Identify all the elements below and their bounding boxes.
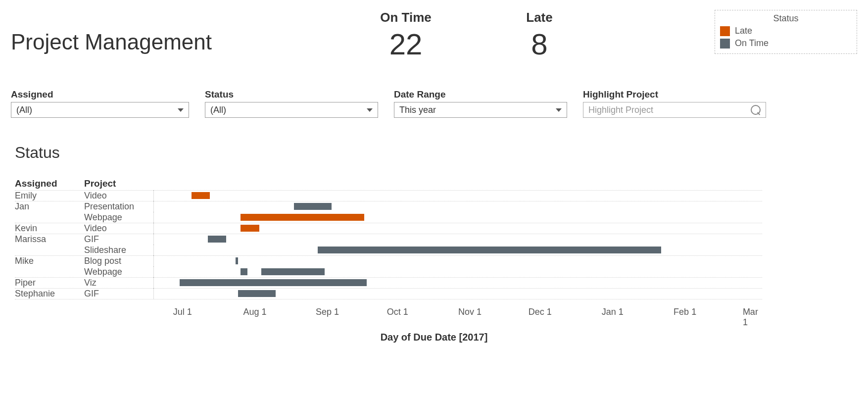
cell-assigned: Piper (15, 277, 84, 288)
kpi-on-time-label: On Time (361, 10, 450, 25)
filter-status: Status (All) (205, 89, 378, 118)
legend-item-late[interactable]: Late (720, 26, 852, 36)
kpi-late-label: Late (505, 10, 574, 25)
legend-ontime-label: On Time (735, 38, 769, 49)
cell-bar (154, 201, 762, 212)
x-tick: Aug 1 (243, 307, 267, 317)
x-tick: Dec 1 (529, 307, 552, 317)
x-tick: Jul 1 (173, 307, 192, 317)
row-separator (15, 255, 762, 256)
filter-highlight: Highlight Project Highlight Project (583, 89, 766, 118)
kpi-on-time-value: 22 (361, 27, 450, 61)
filter-assigned: Assigned (All) (11, 89, 189, 118)
swatch-ontime (720, 39, 730, 49)
gantt-row: MikeBlog post (15, 255, 762, 266)
gantt-bar[interactable] (241, 225, 259, 232)
gantt-bar[interactable] (236, 257, 238, 264)
highlight-placeholder: Highlight Project (588, 105, 653, 115)
filter-assigned-label: Assigned (11, 89, 189, 100)
legend-title: Status (720, 13, 852, 24)
legend: Status Late On Time (715, 10, 857, 54)
cell-bar (154, 212, 762, 223)
kpi-on-time: On Time 22 (361, 10, 450, 61)
gantt-bar[interactable] (241, 214, 364, 221)
search-icon (751, 105, 761, 115)
row-separator (15, 299, 762, 299)
col-project: Project (84, 178, 116, 189)
x-axis-label: Day of Due Date [2017] (0, 332, 868, 343)
gantt-bar[interactable] (208, 236, 227, 243)
range-value: This year (399, 105, 436, 115)
x-tick: Oct 1 (387, 307, 408, 317)
chevron-down-icon (556, 108, 562, 112)
x-tick: Jan 1 (602, 307, 624, 317)
cell-assigned (15, 266, 84, 277)
swatch-late (720, 26, 730, 36)
page-title: Project Management (11, 30, 212, 54)
gantt-row: MarissaGIF (15, 234, 762, 245)
legend-late-label: Late (735, 26, 752, 36)
cell-project: Video (84, 223, 154, 234)
gantt-bar[interactable] (180, 279, 367, 286)
cell-project: Presentation (84, 201, 154, 212)
cell-bar (154, 190, 762, 201)
gantt-bar[interactable] (261, 268, 325, 275)
row-separator (15, 277, 762, 278)
highlight-input[interactable]: Highlight Project (583, 102, 766, 118)
chevron-down-icon (367, 108, 373, 112)
cell-project: Blog post (84, 255, 154, 266)
cell-project: GIF (84, 234, 154, 245)
gantt-row: PiperViz (15, 277, 762, 288)
row-separator (15, 288, 762, 289)
status-select[interactable]: (All) (205, 102, 378, 118)
gantt-bar[interactable] (294, 203, 332, 210)
kpi-late: Late 8 (505, 10, 574, 61)
row-separator (15, 201, 762, 201)
row-separator (15, 234, 762, 234)
filter-range-label: Date Range (394, 89, 567, 100)
cell-project: Viz (84, 277, 154, 288)
gantt-grid: EmilyVideoJanPresentationWebpageKevinVid… (15, 190, 762, 299)
row-separator (15, 223, 762, 223)
cell-bar (154, 277, 762, 288)
gantt-row: Webpage (15, 212, 762, 223)
cell-project: Slideshare (84, 245, 154, 255)
gantt-bar[interactable] (238, 290, 276, 297)
legend-item-ontime[interactable]: On Time (720, 38, 852, 49)
filter-highlight-label: Highlight Project (583, 89, 766, 100)
cell-bar (154, 223, 762, 234)
row-separator (15, 190, 762, 191)
cell-project: Webpage (84, 266, 154, 277)
x-tick: Sep 1 (316, 307, 339, 317)
cell-assigned: Stephanie (15, 288, 84, 299)
cell-bar (154, 288, 762, 299)
gantt-row: KevinVideo (15, 223, 762, 234)
cell-assigned (15, 245, 84, 255)
gantt-bar[interactable] (192, 192, 210, 199)
x-tick: Feb 1 (674, 307, 696, 317)
cell-bar (154, 255, 762, 266)
cell-project: GIF (84, 288, 154, 299)
cell-assigned: Jan (15, 201, 84, 212)
cell-assigned: Marissa (15, 234, 84, 245)
assigned-select[interactable]: (All) (11, 102, 189, 118)
status-value: (All) (210, 105, 226, 115)
filter-status-label: Status (205, 89, 378, 100)
gantt-bar[interactable] (318, 247, 661, 253)
chevron-down-icon (178, 108, 184, 112)
x-tick: Mar 1 (743, 307, 758, 328)
gantt-row: Slideshare (15, 245, 762, 255)
filter-date-range: Date Range This year (394, 89, 567, 118)
section-title: Status (15, 144, 60, 162)
cell-project: Video (84, 190, 154, 201)
cell-assigned (15, 212, 84, 223)
cell-bar (154, 266, 762, 277)
cell-bar (154, 245, 762, 255)
gantt-bar[interactable] (241, 268, 247, 275)
range-select[interactable]: This year (394, 102, 567, 118)
gantt-row: Webpage (15, 266, 762, 277)
cell-bar (154, 234, 762, 245)
cell-assigned: Mike (15, 255, 84, 266)
cell-assigned: Emily (15, 190, 84, 201)
cell-assigned: Kevin (15, 223, 84, 234)
